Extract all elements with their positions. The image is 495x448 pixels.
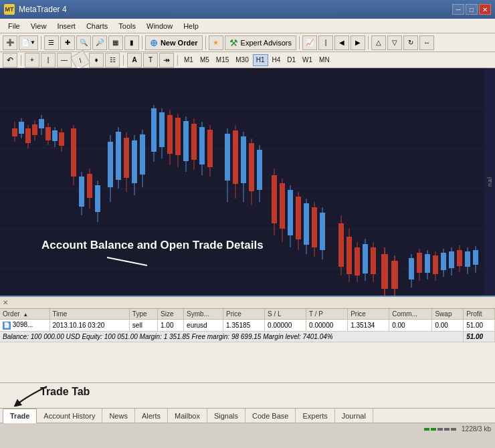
tool-hline[interactable]: — bbox=[57, 53, 72, 68]
svg-rect-75 bbox=[304, 203, 309, 245]
svg-rect-25 bbox=[79, 177, 84, 207]
tb-period-sep[interactable]: | bbox=[318, 35, 333, 50]
tab-bar: Trade Account History News Alerts Mailbo… bbox=[0, 408, 495, 423]
trade-table: Order ▲ Time Type Size Symb... Price S /… bbox=[0, 309, 495, 342]
svg-rect-83 bbox=[346, 237, 352, 274]
menu-help[interactable]: Help bbox=[178, 21, 204, 31]
tab-account-history[interactable]: Account History bbox=[37, 409, 102, 423]
close-button[interactable]: ✕ bbox=[479, 4, 491, 15]
tb-fix-scale[interactable]: ↔ bbox=[419, 35, 434, 50]
minimize-button[interactable]: ─ bbox=[452, 4, 464, 15]
tool-line[interactable]: | bbox=[41, 53, 56, 68]
tf-h4[interactable]: H4 bbox=[270, 54, 284, 66]
cell-size: 1.00 bbox=[158, 320, 184, 332]
tab-alerts[interactable]: Alerts bbox=[135, 409, 168, 423]
tf-m15[interactable]: M15 bbox=[213, 54, 231, 66]
tb-indicator[interactable]: 📈 bbox=[302, 35, 317, 50]
col-sl: S / L bbox=[265, 309, 306, 320]
svg-rect-51 bbox=[191, 124, 197, 160]
col-time: Time bbox=[50, 309, 129, 320]
main-wrapper: MT MetaTrader 4 ─ □ ✕ File View Insert C… bbox=[0, 0, 495, 435]
svg-rect-71 bbox=[288, 190, 293, 235]
svg-rect-19 bbox=[52, 130, 58, 141]
svg-rect-37 bbox=[132, 140, 137, 183]
restore-button[interactable]: □ bbox=[466, 4, 478, 15]
tb-signals[interactable]: ★ bbox=[209, 35, 223, 50]
tb-crosshair[interactable]: ✚ bbox=[60, 35, 75, 50]
tf-m30[interactable]: M30 bbox=[233, 54, 251, 66]
menu-view[interactable]: View bbox=[25, 21, 52, 31]
expert-icon: ⚒ bbox=[229, 37, 238, 48]
new-order-button[interactable]: ⊕ New Order bbox=[145, 35, 203, 50]
col-swap: Swap bbox=[432, 309, 464, 320]
menu-insert[interactable]: Insert bbox=[52, 21, 81, 31]
status-dot-gray bbox=[437, 428, 443, 431]
tool-text-a[interactable]: A bbox=[127, 53, 142, 68]
cell-swap: 0.00 bbox=[432, 320, 464, 332]
terminal-panel: ✕ Order ▲ Time Type Size Symb... Price S… bbox=[0, 296, 495, 382]
tb-chart-candle[interactable]: ▮ bbox=[124, 35, 139, 50]
tf-m1[interactable]: M1 bbox=[181, 54, 196, 66]
tb-profiles[interactable]: ☰ bbox=[44, 35, 59, 50]
tab-journal[interactable]: Journal bbox=[335, 409, 373, 423]
menu-charts[interactable]: Charts bbox=[81, 21, 113, 31]
tb-open[interactable]: 📄▼ bbox=[19, 35, 38, 50]
tool-period[interactable]: ♦ bbox=[89, 53, 104, 68]
svg-rect-99 bbox=[425, 254, 430, 273]
svg-rect-39 bbox=[140, 134, 145, 175]
terminal-close-button[interactable]: ✕ bbox=[3, 299, 8, 306]
tb-autoscroll[interactable]: ↻ bbox=[403, 35, 418, 50]
menu-window[interactable]: Window bbox=[141, 21, 178, 31]
tb-chart-bar[interactable]: ▦ bbox=[108, 35, 123, 50]
svg-rect-107 bbox=[457, 250, 462, 266]
svg-rect-23 bbox=[71, 128, 76, 177]
tf-d1[interactable]: D1 bbox=[284, 54, 298, 66]
order-value: 3098... bbox=[13, 321, 33, 328]
cell-price-current: 1.35134 bbox=[348, 320, 389, 332]
status-dot-gray3 bbox=[451, 428, 456, 431]
tf-mn[interactable]: MN bbox=[316, 54, 332, 66]
svg-text:Account Balance and Open Trade: Account Balance and Open Trade Details bbox=[41, 239, 264, 251]
menu-tools[interactable]: Tools bbox=[113, 21, 141, 31]
tab-news[interactable]: News bbox=[102, 409, 135, 423]
cell-sl: 0.00000 bbox=[265, 320, 306, 332]
expert-advisors-button[interactable]: ⚒ Expert Advisors bbox=[225, 35, 296, 50]
svg-rect-105 bbox=[449, 251, 454, 268]
app-logo: MT bbox=[4, 4, 15, 15]
menu-file[interactable]: File bbox=[3, 21, 25, 31]
tb-sep3 bbox=[205, 36, 206, 49]
tool-trendline[interactable]: / bbox=[70, 49, 90, 70]
table-row[interactable]: 📄 3098... 2013.10.16 03:20 sell 1.00 eur… bbox=[0, 320, 495, 332]
tb-zoom-chart-out[interactable]: ▽ bbox=[387, 35, 402, 50]
title-bar: MT MetaTrader 4 ─ □ ✕ bbox=[0, 0, 495, 19]
tool-crosshair[interactable]: + bbox=[25, 53, 39, 68]
tab-mailbox[interactable]: Mailbox bbox=[168, 409, 207, 423]
tool-grid[interactable]: ☷ bbox=[105, 53, 120, 68]
tb-scroll-left[interactable]: ◀ bbox=[334, 35, 349, 50]
tb-zoom-out[interactable]: 🔎 bbox=[92, 35, 107, 50]
tab-signals[interactable]: Signals bbox=[207, 409, 245, 423]
app-title: MetaTrader 4 bbox=[19, 5, 67, 14]
tab-codebase[interactable]: Code Base bbox=[245, 409, 296, 423]
svg-rect-9 bbox=[19, 122, 24, 134]
tb-sep2 bbox=[142, 36, 142, 49]
tool-arrow2[interactable]: ↠ bbox=[159, 53, 174, 68]
tf-w1[interactable]: W1 bbox=[300, 54, 315, 66]
tb-new-chart[interactable]: ➕ bbox=[3, 35, 17, 50]
tb-scroll-right[interactable]: ▶ bbox=[351, 35, 365, 50]
tab-experts[interactable]: Experts bbox=[296, 409, 334, 423]
tool-arrow[interactable]: ↶ bbox=[3, 53, 17, 68]
title-controls: ─ □ ✕ bbox=[452, 4, 491, 15]
chart-area[interactable]: Account Balance and Open Trade Details n… bbox=[0, 68, 495, 296]
svg-rect-55 bbox=[207, 130, 213, 167]
trade-tab-arrow bbox=[7, 383, 60, 407]
tb-zoom-in[interactable]: 🔍 bbox=[76, 35, 91, 50]
terminal-header: ✕ bbox=[0, 297, 495, 309]
svg-rect-77 bbox=[312, 207, 317, 247]
tb-zoom-chart-in[interactable]: △ bbox=[371, 35, 386, 50]
tf-m5[interactable]: M5 bbox=[197, 54, 212, 66]
svg-rect-63 bbox=[249, 143, 254, 191]
tool-text-t[interactable]: T bbox=[143, 53, 158, 68]
tf-h1[interactable]: H1 bbox=[253, 54, 268, 66]
tab-trade[interactable]: Trade bbox=[3, 409, 37, 423]
